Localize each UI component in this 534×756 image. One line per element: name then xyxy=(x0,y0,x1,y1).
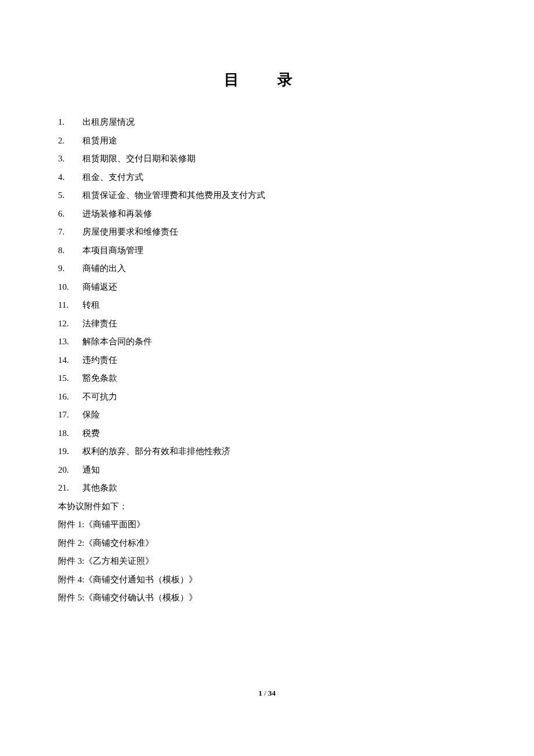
toc-num: 6. xyxy=(58,205,82,224)
toc-text: 进场装修和再装修 xyxy=(82,205,152,224)
toc-item: 12.法律责任 xyxy=(58,315,476,333)
toc-list: 1.出租房屋情况 2.租赁用途 3.租赁期限、交付日期和装修期 4.租金、支付方… xyxy=(58,113,476,498)
toc-item: 7.房屋使用要求和维修责任 xyxy=(58,223,476,242)
toc-item: 4.租金、支付方式 xyxy=(58,168,476,187)
toc-item: 21.其他条款 xyxy=(58,479,476,498)
toc-num: 18. xyxy=(58,424,82,443)
toc-item: 9.商铺的出入 xyxy=(58,260,476,278)
toc-num: 12. xyxy=(58,315,82,333)
toc-item: 3.租赁期限、交付日期和装修期 xyxy=(58,150,476,168)
toc-text: 出租房屋情况 xyxy=(82,113,135,132)
appendix-item: 附件 1:《商铺平面图》 xyxy=(58,516,476,534)
toc-num: 13. xyxy=(58,333,82,351)
toc-item: 15.豁免条款 xyxy=(58,369,476,388)
toc-item: 17.保险 xyxy=(58,406,476,424)
toc-num: 16. xyxy=(58,388,82,406)
toc-num: 20. xyxy=(58,461,82,480)
toc-text: 不可抗力 xyxy=(82,388,117,406)
toc-item: 20.通知 xyxy=(58,461,476,480)
toc-num: 11. xyxy=(58,296,82,315)
toc-text: 豁免条款 xyxy=(82,369,117,388)
toc-item: 13.解除本合同的条件 xyxy=(58,333,476,351)
toc-text: 法律责任 xyxy=(82,315,117,333)
appendix-item: 附件 5:《商铺交付确认书（模板）》 xyxy=(58,589,476,607)
toc-num: 2. xyxy=(58,132,82,150)
page-total: 34 xyxy=(268,689,276,697)
appendix-item: 附件 3:《乙方相关证照》 xyxy=(58,552,476,571)
page-content: 目 录 1.出租房屋情况 2.租赁用途 3.租赁期限、交付日期和装修期 4.租金… xyxy=(0,0,534,642)
toc-num: 7. xyxy=(58,223,82,242)
toc-num: 1. xyxy=(58,113,82,132)
toc-item: 14.违约责任 xyxy=(58,351,476,370)
toc-item: 5.租赁保证金、物业管理费和其他费用及支付方式 xyxy=(58,186,476,205)
toc-item: 11.转租 xyxy=(58,296,476,315)
toc-num: 15. xyxy=(58,369,82,388)
toc-text: 解除本合同的条件 xyxy=(82,333,152,351)
toc-item: 16.不可抗力 xyxy=(58,388,476,406)
toc-text: 商铺的出入 xyxy=(82,260,126,278)
toc-text: 租金、支付方式 xyxy=(82,168,143,187)
toc-num: 14. xyxy=(58,351,82,370)
toc-text: 房屋使用要求和维修责任 xyxy=(82,223,178,242)
toc-text: 本项目商场管理 xyxy=(82,242,143,260)
toc-num: 8. xyxy=(58,242,82,260)
toc-item: 10.商铺返还 xyxy=(58,278,476,297)
toc-item: 19.权利的放弃、部分有效和非排他性救济 xyxy=(58,442,476,461)
toc-num: 4. xyxy=(58,168,82,187)
toc-text: 转租 xyxy=(82,296,100,315)
toc-item: 1.出租房屋情况 xyxy=(58,113,476,132)
toc-num: 19. xyxy=(58,442,82,461)
toc-text: 违约责任 xyxy=(82,351,117,370)
toc-num: 10. xyxy=(58,278,82,297)
toc-text: 租赁期限、交付日期和装修期 xyxy=(82,150,196,168)
toc-text: 商铺返还 xyxy=(82,278,117,297)
toc-item: 2.租赁用途 xyxy=(58,132,476,150)
toc-text: 通知 xyxy=(82,461,100,480)
appendix-item: 附件 2:《商铺交付标准》 xyxy=(58,534,476,553)
page-footer: 1 / 34 xyxy=(0,689,534,698)
toc-item: 18.税费 xyxy=(58,424,476,443)
toc-num: 21. xyxy=(58,479,82,498)
toc-text: 租赁保证金、物业管理费和其他费用及支付方式 xyxy=(82,186,265,205)
toc-item: 6.进场装修和再装修 xyxy=(58,205,476,224)
toc-text: 税费 xyxy=(82,424,100,443)
appendix-header: 本协议附件如下： xyxy=(58,498,476,516)
page-separator: / xyxy=(262,689,268,697)
toc-text: 租赁用途 xyxy=(82,132,117,150)
appendix-item: 附件 4:《商铺交付通知书（模板）》 xyxy=(58,571,476,589)
toc-num: 5. xyxy=(58,186,82,205)
toc-text: 保险 xyxy=(82,406,100,424)
toc-num: 9. xyxy=(58,260,82,278)
toc-num: 17. xyxy=(58,406,82,424)
toc-num: 3. xyxy=(58,150,82,168)
toc-title: 目 录 xyxy=(58,70,476,90)
toc-text: 其他条款 xyxy=(82,479,117,498)
toc-text: 权利的放弃、部分有效和非排他性救济 xyxy=(82,442,230,461)
toc-item: 8.本项目商场管理 xyxy=(58,242,476,260)
